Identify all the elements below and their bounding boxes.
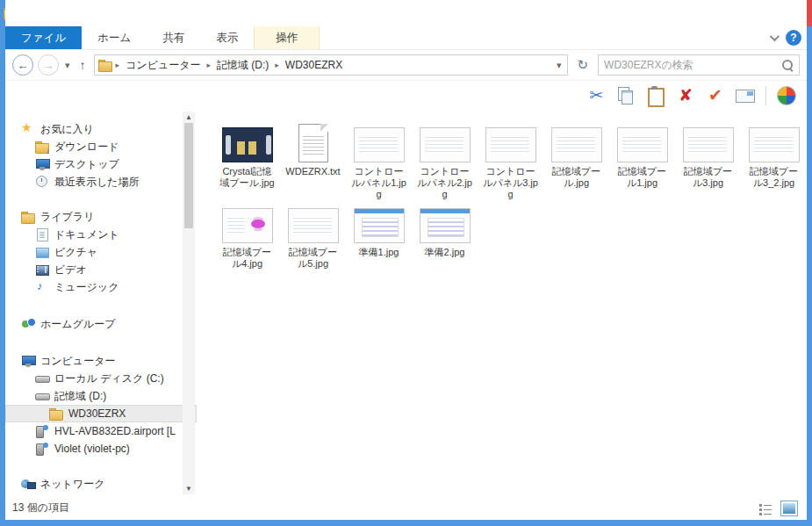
file-item[interactable]: コントロールパネル2.jpg (412, 120, 478, 200)
delete-icon[interactable] (676, 86, 695, 105)
sidebar-item[interactable]: ネットワーク (5, 475, 197, 493)
folder-dl-icon: ↓ (35, 140, 49, 154)
tab-2[interactable]: 共有 (147, 26, 200, 49)
file-name: 記憶域プール4.jpg (219, 247, 277, 270)
sidebar-item[interactable]: ↓ダウンロード (5, 138, 197, 155)
file-name: コントロールパネル3.jpg (482, 166, 540, 200)
command-toolbar (5, 81, 807, 110)
toolbar-separator (765, 86, 766, 105)
image-thumbnail (420, 127, 471, 162)
image-thumbnail (617, 127, 668, 162)
pie-icon[interactable] (777, 86, 796, 105)
file-item[interactable]: 記憶域プール1.jpg (609, 120, 675, 189)
sidebar-item-label: デスクトップ (54, 157, 119, 172)
home-icon (21, 317, 35, 331)
sidebar-item[interactable]: デスクトップ (5, 155, 197, 173)
file-item[interactable]: コントロールパネル1.jpg (346, 120, 412, 200)
image-thumbnail (354, 127, 405, 162)
sidebar-item[interactable]: 最近表示した場所 (5, 173, 197, 191)
help-icon[interactable]: ? (786, 30, 801, 46)
file-item[interactable]: WDEZRX.txt (280, 120, 346, 177)
image-thumbnail (551, 127, 602, 162)
sidebar-item[interactable]: ライブラリ (5, 208, 197, 226)
sidebar-item[interactable]: 記憶域 (D:) (5, 387, 197, 405)
doc-icon (35, 227, 49, 241)
sidebar-item[interactable]: ホームグループ (5, 315, 197, 333)
recent-locations-dropdown-icon[interactable]: ▾ (63, 60, 72, 71)
sidebar-item-label: ホームグループ (40, 317, 115, 332)
file-item[interactable]: 記憶域プール3.jpg (675, 120, 741, 189)
sidebar-item[interactable]: ミュージック (5, 278, 197, 296)
tab-0[interactable]: ファイル (5, 26, 82, 49)
sidebar-item-label: ローカル ディスク (C:) (54, 371, 164, 386)
copy-icon[interactable] (616, 86, 636, 105)
sidebar-item[interactable]: Violet (violet-pc) (5, 440, 197, 458)
sidebar-item[interactable]: HVL-AVB832ED.airport [L (5, 422, 197, 440)
cut-icon[interactable] (586, 86, 606, 105)
tab-4[interactable]: 操作 (254, 26, 320, 49)
thumbnails-view-button[interactable] (780, 501, 798, 516)
breadcrumb-segment[interactable]: 記憶域 (D:) (214, 58, 271, 73)
sidebar-item[interactable]: WD30EZRX (5, 405, 197, 422)
folder-icon (21, 210, 35, 224)
check-icon[interactable] (706, 86, 725, 105)
search-input[interactable] (604, 59, 781, 71)
status-bar: 13 個の項目 (5, 496, 807, 520)
address-dropdown-icon[interactable]: ▾ (555, 60, 564, 71)
sidebar-item[interactable]: ピクチャ (5, 243, 197, 261)
forward-button[interactable]: → (38, 54, 59, 76)
back-button[interactable]: ← (12, 54, 33, 76)
breadcrumb[interactable]: ▸コンピューター▸記憶域 (D:)▸WD30EZRX ▾ (94, 54, 568, 76)
file-list: Crystal記憶域プール.jpgWDEZRX.txtコントロールパネル1.jp… (205, 110, 807, 496)
sidebar-item-label: コンピューター (40, 354, 115, 369)
sidebar-item-label: ビデオ (54, 263, 87, 277)
sidebar-item-label: HVL-AVB832ED.airport [L (54, 425, 176, 437)
file-item[interactable]: Crystal記憶域プール.jpg (214, 120, 280, 189)
file-item[interactable]: コントロールパネル3.jpg (478, 120, 543, 200)
file-item[interactable]: 記憶域プール.jpg (543, 120, 609, 189)
tab-3[interactable]: 表示 (200, 26, 254, 49)
tab-1[interactable]: ホーム (82, 26, 147, 49)
file-name: 記憶域プール.jpg (548, 166, 606, 189)
disk-icon (35, 389, 49, 403)
network-icon (21, 477, 35, 491)
monitor-icon (21, 354, 35, 368)
mail-icon[interactable] (736, 86, 755, 105)
file-item[interactable]: 準備1.jpg (346, 201, 412, 258)
paste-icon[interactable] (646, 86, 665, 105)
image-thumbnail (222, 127, 273, 162)
file-name: コントロールパネル1.jpg (350, 166, 408, 200)
sidebar-item[interactable]: お気に入り (5, 120, 197, 138)
file-item[interactable]: 記憶域プール5.jpg (280, 201, 346, 270)
sidebar-item[interactable]: ドキュメント (5, 226, 197, 243)
refresh-icon[interactable]: ↻ (572, 57, 594, 73)
sidebar-item[interactable]: ローカル ディスク (C:) (5, 370, 197, 387)
file-item[interactable]: 準備2.jpg (412, 201, 478, 258)
file-item[interactable]: 記憶域プール3_2.jpg (741, 120, 807, 189)
scroll-down-icon[interactable]: ▼ (185, 485, 192, 493)
sidebar-item[interactable]: コンピューター (5, 352, 197, 370)
search-box[interactable] (598, 54, 800, 76)
sidebar-item-label: お気に入り (40, 122, 94, 137)
breadcrumb-arrow-icon: ▸ (275, 61, 279, 69)
sidebar-scrollbar[interactable]: ▲ ▼ (183, 112, 195, 494)
breadcrumb-segment[interactable]: コンピューター (123, 58, 203, 73)
sidebar-item[interactable]: ビデオ (5, 261, 197, 278)
details-view-button[interactable] (756, 501, 773, 516)
file-name: Crystal記憶域プール.jpg (219, 166, 277, 189)
video-icon (35, 263, 49, 277)
image-thumbnail (683, 127, 734, 162)
text-file-icon (298, 124, 328, 162)
file-item[interactable]: 記憶域プール4.jpg (214, 201, 280, 270)
sidebar-item-label: ミュージック (54, 280, 119, 295)
scrollbar-thumb[interactable] (184, 123, 193, 228)
image-thumbnail (485, 127, 536, 162)
collapse-ribbon-icon[interactable] (770, 32, 780, 41)
monitor-icon (35, 157, 49, 171)
sidebar-item-label: ドキュメント (54, 227, 119, 242)
pic-icon (35, 245, 49, 259)
scroll-up-icon[interactable]: ▲ (185, 113, 192, 121)
up-button[interactable]: ↑ (76, 58, 90, 72)
breadcrumb-segment[interactable]: WD30EZRX (283, 59, 345, 71)
ribbon-tabs: ファイルホーム共有表示操作 ? (5, 26, 807, 50)
